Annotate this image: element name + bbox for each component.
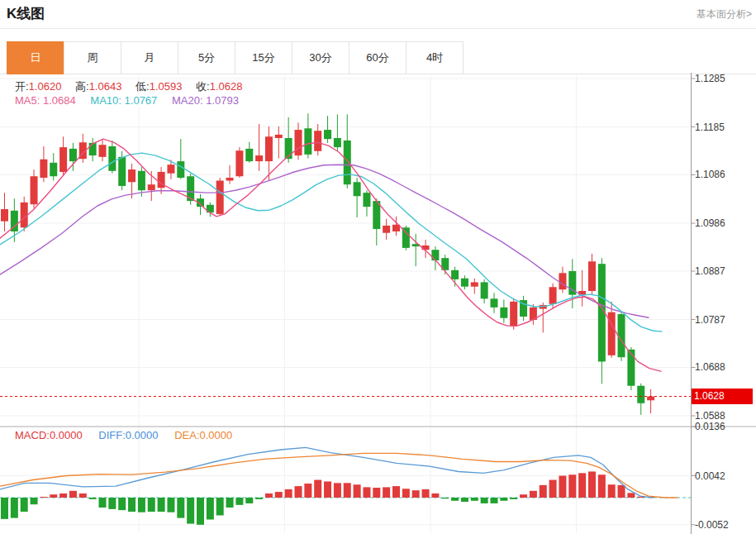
macd-value: 0.0000 — [50, 429, 83, 441]
kline-page: { "header": { "title": "K线图", "link_labe… — [0, 0, 756, 534]
low-value: 1.0593 — [150, 80, 183, 93]
ohlc-row: 开:1.0620 高:1.0643 低:1.0593 收:1.0628 — [15, 79, 253, 94]
diff-label: DIFF: — [98, 429, 126, 441]
y-axis-label: -0.0052 — [695, 519, 729, 531]
y-axis-label: 1.1086 — [695, 169, 725, 180]
y-axis-label: 1.0986 — [695, 217, 725, 229]
open-value: 1.0620 — [29, 80, 62, 93]
ma5-label: MA5: — [15, 94, 40, 107]
dea-value: 0.0000 — [200, 429, 233, 441]
ma20-label: MA20: — [172, 94, 203, 107]
ma-legend-row: MA5: 1.0684 MA10: 1.0767 MA20: 1.0793 — [15, 94, 250, 107]
y-axis-label: 1.0588 — [695, 410, 725, 422]
y-axis-label: 1.1285 — [695, 73, 725, 84]
ma20-value: 1.0793 — [206, 94, 239, 107]
axis-ticks — [692, 79, 696, 525]
ma10-label: MA10: — [90, 94, 121, 107]
high-value: 1.0643 — [89, 80, 122, 93]
low-label: 低: — [136, 80, 150, 93]
ma10-line — [0, 153, 662, 331]
y-axis-label: 1.0688 — [695, 361, 725, 373]
y-axis-label: 1.0787 — [695, 314, 725, 326]
y-axis-label: 0.0136 — [695, 421, 725, 432]
last-price-badge: 1.0628 — [692, 389, 753, 404]
close-value: 1.0628 — [210, 80, 243, 93]
ma10-value: 1.0767 — [125, 94, 158, 107]
macd-legend-row: MACD:0.0000 DIFF:0.0000 DEA:0.0000 — [15, 429, 245, 441]
ma5-line — [0, 139, 661, 371]
dea-label: DEA: — [174, 429, 199, 441]
high-label: 高: — [75, 80, 89, 93]
y-axis-label: 0.0042 — [695, 470, 725, 482]
diff-value: 0.0000 — [126, 429, 159, 441]
macd-histogram — [1, 471, 654, 524]
close-label: 收: — [196, 80, 210, 93]
open-label: 开: — [15, 80, 29, 93]
candles-layer — [1, 113, 654, 415]
y-axis-label: 1.1185 — [695, 122, 725, 133]
macd-label: MACD: — [15, 429, 50, 441]
ma5-value: 1.0684 — [43, 94, 76, 107]
y-axis-label: 1.0887 — [695, 265, 725, 277]
